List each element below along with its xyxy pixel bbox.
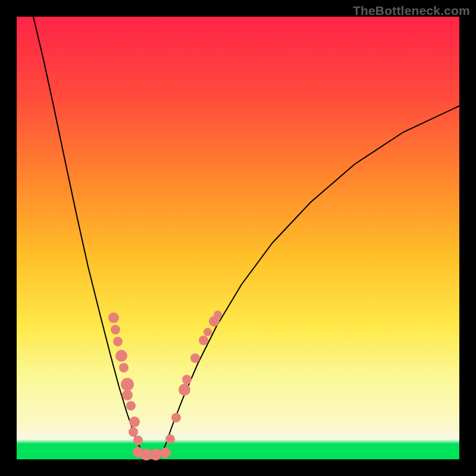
dot-right-2: [178, 384, 190, 396]
dot-bottom-2: [150, 449, 162, 461]
dot-left-9: [129, 427, 138, 437]
dots-bottom-group: [133, 447, 171, 461]
dot-right-5: [199, 336, 208, 345]
dot-right-6: [203, 328, 212, 336]
dots-left-group: [108, 312, 143, 445]
right-curve: [159, 106, 459, 459]
dot-right-1: [171, 413, 181, 422]
dot-right-3: [182, 375, 192, 384]
dot-left-6: [122, 390, 133, 400]
chart-frame: TheBottleneck.com: [0, 0, 476, 476]
dot-left-0: [108, 312, 119, 323]
dot-right-4: [190, 353, 200, 363]
dot-left-3: [115, 350, 127, 362]
dot-right-8: [214, 311, 222, 319]
dot-left-1: [111, 325, 120, 334]
chart-svg: [17, 17, 459, 459]
dot-left-5: [121, 378, 134, 391]
dot-left-8: [129, 416, 140, 427]
dot-left-2: [113, 337, 123, 346]
dot-bottom-3: [160, 447, 171, 458]
attribution-text: TheBottleneck.com: [353, 4, 470, 18]
dot-left-4: [119, 363, 129, 372]
dot-left-10: [133, 436, 143, 445]
dot-left-7: [126, 401, 136, 411]
dots-right-group: [165, 311, 222, 444]
dot-right-0: [165, 434, 175, 444]
plot-area: [17, 17, 459, 459]
